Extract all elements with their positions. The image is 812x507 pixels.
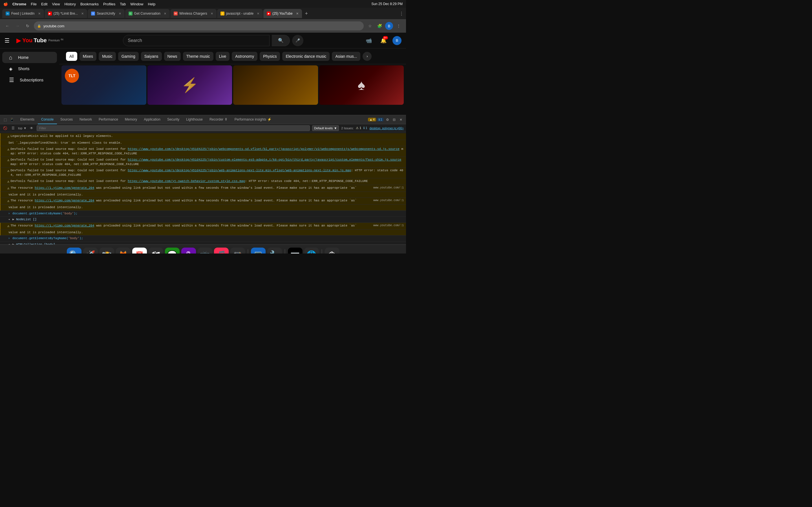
tab-close-wireless[interactable]: ✕ [211, 12, 213, 15]
tab-javascript[interactable]: J javascript - unable ✕ [217, 9, 263, 18]
dock-messages[interactable]: 💬 [165, 247, 180, 254]
menu-window[interactable]: Window [130, 2, 143, 6]
tab-linkedin[interactable]: in Feed | LinkedIn ✕ [2, 9, 44, 18]
tab-memory[interactable]: Memory [121, 115, 140, 124]
tab-application[interactable]: Application [140, 115, 164, 124]
search-box[interactable]: Search [123, 35, 269, 46]
dock-photos[interactable]: 📸 [100, 247, 114, 254]
chip-saiyans[interactable]: Saiyans [141, 52, 162, 61]
dock-podcasts[interactable]: 🎙 [181, 247, 196, 254]
new-tab-button[interactable]: + [303, 10, 310, 17]
url-bar[interactable]: 🔒 youtube.com [34, 21, 364, 31]
dock-terminal[interactable]: ⌨️ [288, 247, 303, 254]
tab-yt1[interactable]: ▶ (25) *Limit Bre... ✕ [45, 9, 87, 18]
chips-next-button[interactable]: › [363, 52, 371, 61]
hamburger-menu[interactable]: ☰ [4, 37, 10, 44]
menu-history[interactable]: History [64, 2, 75, 6]
reload-button[interactable]: ↻ [24, 22, 32, 30]
log-levels-dropdown[interactable]: Default levels ▼ [312, 125, 339, 131]
sidebar-item-subscriptions[interactable]: ☰ Subscriptions [2, 74, 57, 86]
dock-music[interactable]: 🎵 [214, 247, 229, 254]
menu-bookmarks[interactable]: Bookmarks [80, 2, 99, 6]
yt-logo[interactable]: ▶ YouTube Premium IN [16, 37, 63, 44]
menu-tab[interactable]: Tab [120, 2, 126, 6]
app-name[interactable]: Chrome [12, 2, 26, 6]
tab-sources[interactable]: Sources [57, 115, 76, 124]
tab-elements[interactable]: Elements [17, 115, 38, 124]
tab-lighthouse[interactable]: Lighthouse [183, 115, 206, 124]
clear-console-icon[interactable]: 🚫 [2, 125, 8, 131]
tab-close-searchunify[interactable]: ✕ [119, 12, 121, 15]
chip-theme-music[interactable]: Theme music [183, 52, 213, 61]
console-link[interactable]: https://www.youtube.com/s/desktop/451d42… [128, 158, 401, 161]
console-link[interactable]: https://www.youtube.com/s/desktop/451d42… [128, 169, 351, 172]
menu-view[interactable]: View [52, 2, 60, 6]
chip-edm[interactable]: Electronic dance music [282, 52, 329, 61]
chip-music[interactable]: Music [99, 52, 116, 61]
chip-all[interactable]: All [66, 52, 77, 61]
chip-live[interactable]: Live [216, 52, 230, 61]
tab-youtube-active[interactable]: ▶ (25) YouTube ✕ [263, 9, 302, 18]
menu-edit[interactable]: Edit [41, 2, 47, 6]
console-link[interactable]: https://i.ytimg.com/generate_204 [35, 224, 94, 227]
video-thumb-3[interactable] [233, 65, 318, 105]
create-button[interactable]: 📹 [363, 35, 374, 46]
tab-recorder[interactable]: Recorder 🎙 [206, 115, 231, 124]
chip-physics[interactable]: Physics [260, 52, 280, 61]
extension-button[interactable]: 🧩 [375, 22, 384, 30]
more-button[interactable]: ⋮ [395, 22, 403, 30]
tab-network[interactable]: Network [76, 115, 95, 124]
settings-icon[interactable]: ⚙ [385, 117, 390, 122]
video-thumb-1[interactable]: TLT [61, 65, 146, 105]
tab-overflow-button[interactable]: ⋮ [399, 11, 404, 16]
dock-gaming[interactable]: 🎮 [231, 247, 245, 254]
sidebar-item-home[interactable]: ⌂ Home [2, 52, 57, 63]
tab-close-yt1[interactable]: ✕ [81, 12, 84, 15]
tab-close-conversation[interactable]: ✕ [164, 12, 166, 15]
forward-button[interactable]: → [13, 22, 21, 30]
toggle-sidebar-icon[interactable]: ☰ [10, 125, 16, 131]
dock-firefox[interactable]: 🦊 [116, 247, 131, 254]
sidebar-item-shorts[interactable]: ◈ Shorts [2, 63, 57, 74]
console-link[interactable]: https://www.youtube.com/s/desktop/451d42… [128, 147, 400, 151]
video-thumb-4[interactable]: ♠ [319, 65, 404, 105]
tab-close-youtube[interactable]: ✕ [296, 12, 299, 15]
profile-button[interactable]: B [385, 22, 393, 30]
menu-help[interactable]: Help [148, 2, 156, 6]
tab-performance-insights[interactable]: Performance insights ⚡ [231, 115, 275, 124]
video-thumb-2[interactable]: ⚡ [147, 65, 232, 105]
apple-menu[interactable]: 🍎 [3, 2, 8, 6]
tab-wireless[interactable]: W Wireless Chargers ✕ [170, 9, 216, 18]
back-button[interactable]: ← [3, 22, 11, 30]
tab-performance[interactable]: Performance [95, 115, 121, 124]
console-filter-input[interactable] [37, 125, 310, 131]
dock-icon-devtools[interactable]: ⊟ [391, 117, 397, 122]
dock-tv[interactable]: 📺 [198, 247, 212, 254]
dock-tools[interactable]: 🔧 [267, 247, 282, 254]
menu-file[interactable]: File [31, 2, 37, 6]
eye-icon[interactable]: 👁 [29, 125, 35, 131]
chip-asian[interactable]: Asian mus... [332, 52, 360, 61]
devtools-device-icon[interactable]: 📱 [9, 117, 15, 122]
console-link[interactable]: https://i.ytimg.com/generate_204 [35, 199, 94, 202]
console-link[interactable]: https://i.ytimg.com/generate_204 [35, 186, 94, 189]
mic-button[interactable]: 🎤 [292, 35, 303, 46]
tab-searchunify[interactable]: S SearchUnify ✕ [88, 9, 124, 18]
tab-conversation[interactable]: G Get Conversation ✕ [125, 9, 170, 18]
menu-profiles[interactable]: Profiles [103, 2, 115, 6]
devtools-console[interactable]: ⚠ LegacyDataMixin will be applied to all… [0, 132, 406, 244]
dock-vscode[interactable]: 💻 [251, 247, 266, 254]
dock-finder[interactable]: 🔍 [67, 247, 82, 254]
chip-mixes[interactable]: Mixes [80, 52, 97, 61]
console-link[interactable]: https://www.youtube.com/yt-swatch-behavi… [128, 179, 245, 183]
dock-trash[interactable]: 🗑 [325, 247, 340, 254]
user-avatar[interactable]: B [393, 36, 402, 45]
bookmark-button[interactable]: ☆ [366, 22, 374, 30]
chip-gaming[interactable]: Gaming [118, 52, 139, 61]
dock-calendar[interactable]: 📅 [132, 247, 147, 254]
chip-news[interactable]: News [164, 52, 181, 61]
tab-close-javascript[interactable]: ✕ [257, 12, 259, 15]
dock-maps[interactable]: 🗺 [149, 247, 163, 254]
dock-chrome[interactable]: 🌐 [304, 247, 319, 254]
close-devtools-icon[interactable]: ✕ [398, 117, 404, 122]
